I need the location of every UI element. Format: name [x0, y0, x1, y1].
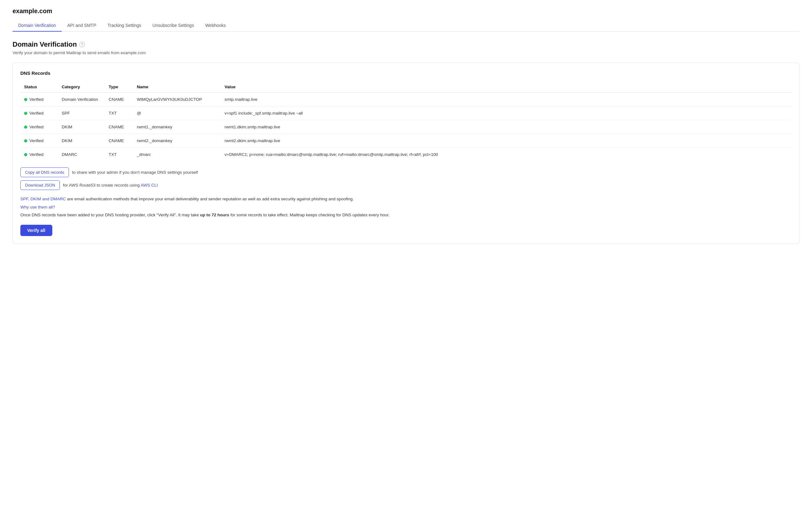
copy-dns-button[interactable]: Copy all DNS records [20, 167, 69, 177]
status-label: Verified [29, 97, 43, 102]
verify-all-button[interactable]: Verify all [20, 225, 52, 236]
dns-records-card: DNS Records Status Category Type Name Va… [12, 63, 800, 244]
verified-dot [24, 139, 27, 142]
cell-category: DKIM [58, 134, 105, 148]
aws-cli-link[interactable]: AWS CLI [141, 183, 158, 188]
cell-category: SPF [58, 106, 105, 120]
cell-status: Verified [20, 134, 58, 148]
table-row: VerifiedSPFTXT@v=spf1 include:_spf.smtp.… [20, 106, 792, 120]
cell-value: rwmt1.dkim.smtp.mailtrap.live [221, 120, 792, 134]
tab-webhooks[interactable]: Webhooks [200, 20, 231, 32]
site-title: example.com [12, 7, 800, 15]
cell-type: TXT [105, 106, 133, 120]
cell-status: Verified [20, 120, 58, 134]
actions-section: Copy all DNS records to share with your … [20, 167, 792, 190]
why-use-link[interactable]: Why use them all? [20, 205, 55, 209]
table-row: VerifiedDKIMCNAMErwmt2._domainkeyrwmt2.d… [20, 134, 792, 148]
status-label: Verified [29, 138, 43, 143]
card-title: DNS Records [20, 70, 792, 76]
tab-nav: Domain Verification API and SMTP Trackin… [12, 20, 800, 32]
verified-dot [24, 153, 27, 156]
cell-status: Verified [20, 106, 58, 120]
page-subtitle: Verify your domain to permit Mailtrap to… [12, 50, 800, 55]
cell-type: CNAME [105, 93, 133, 106]
info-line3: Once DNS records have been added to your… [20, 212, 792, 218]
cell-category: Domain Verification [58, 93, 105, 106]
tab-domain-verification[interactable]: Domain Verification [12, 20, 62, 32]
tab-tracking-settings[interactable]: Tracking Settings [102, 20, 147, 32]
info-line1: SPF, DKIM and DMARC are email authentica… [20, 196, 792, 203]
info-section: SPF, DKIM and DMARC are email authentica… [20, 196, 792, 218]
cell-status: Verified [20, 148, 58, 162]
cell-value: rwmt2.dkim.smtp.mailtrap.live [221, 134, 792, 148]
cell-status: Verified [20, 93, 58, 106]
cell-name: rwmt1._domainkey [133, 120, 221, 134]
download-json-button[interactable]: Download JSON [20, 180, 60, 190]
tab-unsubscribe-settings[interactable]: Unsubscribe Settings [147, 20, 200, 32]
cell-name: @ [133, 106, 221, 120]
cell-type: TXT [105, 148, 133, 162]
cell-value: v=DMARC1; p=none; rua=mailto:dmarc@smtp.… [221, 148, 792, 162]
cell-value: v=spf1 include:_spf.smtp.mailtrap.live ~… [221, 106, 792, 120]
cell-category: DKIM [58, 120, 105, 134]
info-line2: Why use them all? [20, 204, 792, 211]
cell-name: WtMQyLarGVWYh3UK0uDJCTOP [133, 93, 221, 106]
spf-dkim-dmarc-link[interactable]: SPF, DKIM and DMARC [20, 197, 66, 201]
cell-type: CNAME [105, 134, 133, 148]
help-icon[interactable]: ? [79, 42, 85, 47]
download-action-text: for AWS Route53 to create records using … [63, 183, 158, 188]
table-row: VerifiedDKIMCNAMErwmt1._domainkeyrwmt1.d… [20, 120, 792, 134]
tab-api-smtp[interactable]: API and SMTP [62, 20, 102, 32]
cell-type: CNAME [105, 120, 133, 134]
copy-action-text: to share with your admin if you don't ma… [72, 170, 198, 175]
status-label: Verified [29, 152, 43, 157]
col-header-name: Name [133, 81, 221, 93]
col-header-status: Status [20, 81, 58, 93]
cell-name: _dmarc [133, 148, 221, 162]
status-label: Verified [29, 125, 43, 129]
cell-name: rwmt2._domainkey [133, 134, 221, 148]
col-header-value: Value [221, 81, 792, 93]
table-row: VerifiedDomain VerificationCNAMEWtMQyLar… [20, 93, 792, 106]
download-action-row: Download JSON for AWS Route53 to create … [20, 180, 792, 190]
cell-category: DMARC [58, 148, 105, 162]
verified-dot [24, 98, 27, 101]
cell-value: smtp.mailtrap.live [221, 93, 792, 106]
verified-dot [24, 126, 27, 129]
table-row: VerifiedDMARCTXT_dmarcv=DMARC1; p=none; … [20, 148, 792, 162]
copy-action-row: Copy all DNS records to share with your … [20, 167, 792, 177]
verified-dot [24, 112, 27, 115]
col-header-type: Type [105, 81, 133, 93]
page-heading: Domain Verification ? [12, 40, 800, 48]
col-header-category: Category [58, 81, 105, 93]
status-label: Verified [29, 111, 43, 115]
dns-table: Status Category Type Name Value Verified… [20, 81, 792, 161]
page-title: Domain Verification [12, 40, 77, 48]
